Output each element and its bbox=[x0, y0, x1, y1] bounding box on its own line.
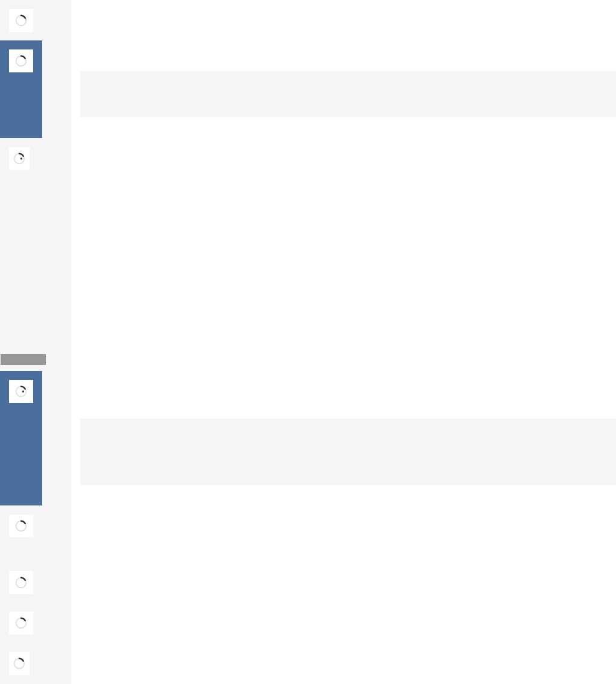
loading-icon bbox=[9, 571, 33, 594]
sidebar-divider bbox=[1, 354, 46, 365]
loading-icon bbox=[9, 49, 33, 72]
sidebar-item-4[interactable] bbox=[0, 371, 42, 505]
sidebar-spacer bbox=[0, 179, 71, 354]
sidebar-item-6[interactable] bbox=[0, 562, 42, 603]
sidebar-small-spacer bbox=[0, 365, 71, 371]
sidebar-item-7[interactable] bbox=[0, 603, 42, 643]
sidebar-item-1[interactable] bbox=[0, 0, 42, 40]
loading-icon bbox=[9, 380, 33, 403]
sidebar-item-2[interactable] bbox=[0, 40, 42, 138]
sidebar-item-3[interactable] bbox=[0, 138, 42, 179]
svg-point-3 bbox=[20, 157, 22, 159]
sidebar-item-5[interactable] bbox=[0, 505, 42, 562]
sidebar bbox=[0, 0, 71, 684]
svg-point-5 bbox=[22, 390, 24, 392]
loading-icon bbox=[9, 515, 33, 537]
loading-icon bbox=[9, 652, 30, 675]
loading-icon bbox=[9, 612, 33, 635]
loading-icon bbox=[9, 147, 30, 170]
content-placeholder-2 bbox=[80, 419, 616, 485]
main-content bbox=[71, 0, 616, 684]
content-placeholder-1 bbox=[80, 71, 616, 117]
loading-icon bbox=[9, 9, 33, 32]
sidebar-item-8[interactable] bbox=[0, 643, 42, 683]
